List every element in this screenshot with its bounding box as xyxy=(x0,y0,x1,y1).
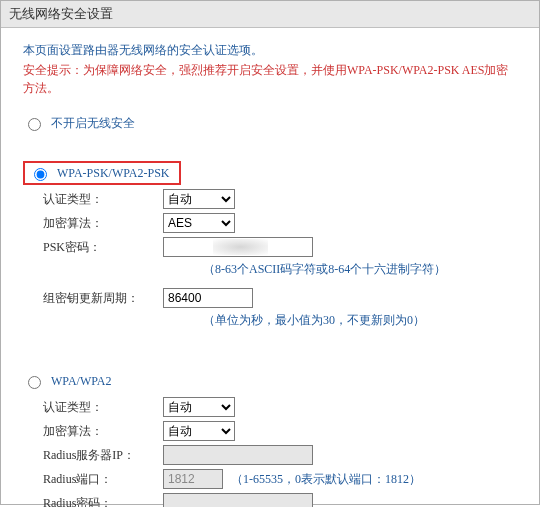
radio-wpa-psk[interactable] xyxy=(34,168,47,181)
highlight-box: WPA-PSK/WPA2-PSK xyxy=(23,161,181,185)
rekey-input-psk[interactable] xyxy=(163,288,253,308)
radius-pw-label: Radius密码： xyxy=(43,495,163,508)
radius-ip-label: Radius服务器IP： xyxy=(43,447,163,464)
radius-port-input xyxy=(163,469,223,489)
rekey-hint-psk: （单位为秒，最小值为30，不更新则为0） xyxy=(203,312,517,329)
algo-select-psk[interactable]: AES xyxy=(163,213,235,233)
radius-pw-input xyxy=(163,493,313,507)
radio-no-security[interactable] xyxy=(28,118,41,131)
psk-password-hint: （8-63个ASCII码字符或8-64个十六进制字符） xyxy=(203,261,517,278)
auth-type-select-psk[interactable]: 自动 xyxy=(163,189,235,209)
radio-wpa[interactable] xyxy=(28,376,41,389)
security-tip: 安全提示：为保障网络安全，强烈推荐开启安全设置，并使用WPA-PSK/WPA2-… xyxy=(23,61,517,97)
algo-select-wpa[interactable]: 自动 xyxy=(163,421,235,441)
auth-type-select-wpa[interactable]: 自动 xyxy=(163,397,235,417)
radio-no-security-label: 不开启无线安全 xyxy=(51,115,135,132)
rekey-label-psk: 组密钥更新周期： xyxy=(43,290,163,307)
auth-type-label: 认证类型： xyxy=(43,191,163,208)
radius-port-label: Radius端口： xyxy=(43,471,163,488)
radius-port-hint: （1-65535，0表示默认端口：1812） xyxy=(231,471,421,488)
auth-type-label-wpa: 认证类型： xyxy=(43,399,163,416)
window-title: 无线网络安全设置 xyxy=(1,1,539,28)
radius-ip-input xyxy=(163,445,313,465)
radio-wpa-label: WPA/WPA2 xyxy=(51,374,111,389)
algo-label-wpa: 加密算法： xyxy=(43,423,163,440)
radio-wpa-psk-label: WPA-PSK/WPA2-PSK xyxy=(57,166,169,181)
psk-password-label: PSK密码： xyxy=(43,239,163,256)
intro-text: 本页面设置路由器无线网络的安全认证选项。 xyxy=(23,42,517,59)
content-area: 本页面设置路由器无线网络的安全认证选项。 安全提示：为保障网络安全，强烈推荐开启… xyxy=(1,28,539,507)
psk-password-input[interactable] xyxy=(163,237,313,257)
algo-label: 加密算法： xyxy=(43,215,163,232)
